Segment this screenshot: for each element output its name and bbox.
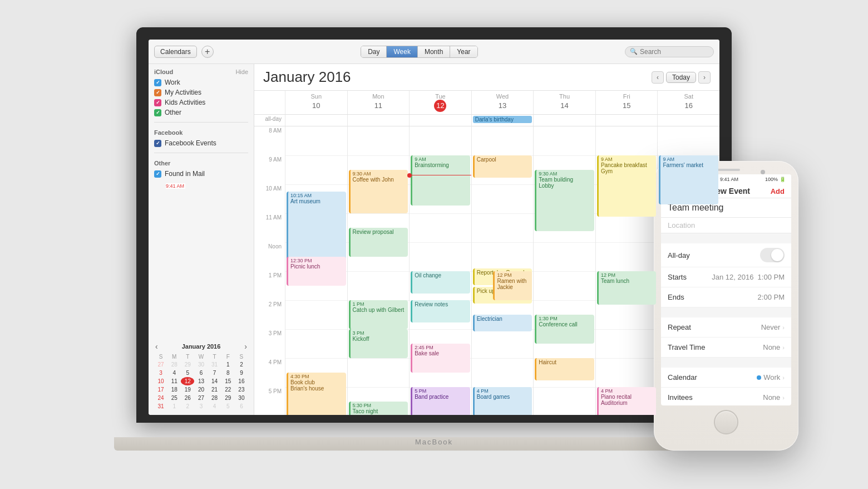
mini-cal-day[interactable]: 7 [208,369,221,377]
mini-cal-day[interactable]: 17 [154,385,167,394]
mini-cal-day[interactable]: 4 [208,402,221,410]
view-week-button[interactable]: Week [387,46,417,57]
mini-cal-day[interactable]: 30 [235,394,248,402]
nav-prev[interactable]: ‹ [652,71,664,84]
search-input[interactable] [640,48,707,56]
mini-cal-day[interactable]: 13 [194,377,208,385]
calendars-button[interactable]: Calendars [154,46,197,58]
event-team-lunch[interactable]: 12 PM Team lunch [597,271,657,305]
event-farmers-market[interactable]: 9 AM Farmers' market [659,155,718,204]
event-oil-change[interactable]: Oil change [411,271,470,294]
mini-cal-prev[interactable]: ‹ [154,342,159,351]
kids-activities-checkbox[interactable] [154,99,161,106]
event-pancake-breakfast[interactable]: 9 AM Pancake breakfast Gym [597,155,657,217]
view-day-button[interactable]: Day [361,46,387,57]
location-input[interactable]: Location [661,218,791,233]
mini-cal-day[interactable]: 11 [167,377,181,385]
mini-cal-day[interactable]: 27 [194,394,208,402]
mini-cal-day[interactable]: 2 [181,402,194,410]
mini-cal-day[interactable]: 18 [167,385,181,394]
event-brainstorming[interactable]: 9 AM Brainstorming [411,155,470,206]
mini-cal-day[interactable]: 1 [221,360,235,369]
work-checkbox[interactable] [154,79,161,86]
fb-events-checkbox[interactable] [154,140,161,147]
mini-cal-day[interactable]: 20 [194,385,208,394]
mini-cal-day[interactable]: 15 [221,377,235,385]
event-book-club[interactable]: 4:30 PM Book club Brian's house [287,373,346,415]
mini-cal-day[interactable]: 29 [181,360,194,369]
mini-cal-day[interactable]: 22 [221,385,235,394]
event-haircut[interactable]: Haircut [535,358,594,380]
event-picnic-lunch[interactable]: 12:30 PM Picnic lunch [287,257,346,286]
form-row-invitees[interactable]: Invitees None › [661,388,791,405]
sidebar-item-found-in-mail[interactable]: Found in Mail [154,169,248,179]
sidebar-item-facebook-events[interactable]: Facebook Events [154,138,248,148]
mini-cal-day[interactable]: 23 [235,385,248,394]
mini-cal-day[interactable]: 10 [154,377,167,385]
mini-cal-day[interactable]: 14 [208,377,221,385]
mini-cal-day[interactable]: 1 [167,402,181,410]
other-checkbox[interactable] [154,109,161,116]
event-coffee-john[interactable]: 9:30 AM Coffee with John [349,170,408,213]
sidebar-item-my-activities[interactable]: My Activities [154,87,248,97]
add-calendar-button[interactable]: + [201,46,214,58]
allday-toggle[interactable] [760,248,785,262]
event-catch-up-gilbert[interactable]: 1 PM Catch up with Gilbert [349,300,408,329]
found-mail-checkbox[interactable] [154,170,161,178]
mini-cal-day[interactable]: 24 [154,394,167,402]
my-activities-checkbox[interactable] [154,89,161,96]
mini-cal-day[interactable]: 19 [181,385,194,394]
mini-cal-day[interactable]: 3 [154,369,167,377]
event-carpool[interactable]: Carpool [473,155,532,178]
mini-cal-day[interactable]: 2 [235,360,248,369]
event-conference-call[interactable]: 1:30 PM Conference call [535,315,594,344]
event-team-building[interactable]: 9:30 AM Team building Lobby [535,170,594,231]
darlas-birthday-event[interactable]: Darla's birthday [473,116,532,123]
view-month-button[interactable]: Month [418,46,450,57]
mini-cal-day[interactable]: 5 [221,402,235,410]
mini-cal-day[interactable]: 27 [154,360,167,369]
mini-cal-day[interactable]: 5 [181,369,194,377]
mini-cal-day[interactable]: 25 [167,394,181,402]
mini-cal-day[interactable]: 31 [154,402,167,410]
add-event-button[interactable]: Add [771,187,785,195]
event-bake-sale[interactable]: 2:45 PM Bake sale [411,344,470,373]
mini-cal-day[interactable]: 6 [194,369,208,377]
mini-cal-day[interactable]: 16 [235,377,248,385]
mini-cal-day[interactable]: 21 [208,385,221,394]
event-taco-night[interactable]: 5:30 PM Taco night [349,402,408,415]
form-row-starts[interactable]: Starts Jan 12, 2016 1:00 PM [661,267,791,287]
event-review-proposal[interactable]: Review proposal [349,228,408,257]
form-row-calendar[interactable]: Calendar Work › [661,368,791,388]
today-button[interactable]: Today [666,72,696,83]
mini-cal-day[interactable]: 29 [221,394,235,402]
event-electrician[interactable]: Electrician [473,315,532,331]
form-row-travel[interactable]: Travel Time None › [661,338,791,358]
form-row-repeat[interactable]: Repeat Never › [661,317,791,338]
sidebar-item-other[interactable]: Other [154,107,248,118]
sidebar-item-kids-activities[interactable]: Kids Activities [154,97,248,107]
event-piano-recital[interactable]: 4 PM Piano recital Auditorium [597,387,657,415]
mini-cal-day[interactable]: 31 [208,360,221,369]
mini-cal-day[interactable]: 4 [167,369,181,377]
event-ramen-jackie[interactable]: 12 PM Ramen with Jackie [493,271,532,300]
nav-next[interactable]: › [698,71,711,84]
mini-cal-day[interactable]: 12 [181,377,194,385]
event-review-notes[interactable]: Review notes [411,300,470,322]
sidebar-item-work[interactable]: Work [154,77,248,87]
form-row-ends[interactable]: Ends 2:00 PM [661,287,791,307]
event-board-games[interactable]: 4 PM Board games [473,387,532,415]
event-kickoff[interactable]: 3 PM Kickoff [349,329,408,358]
mini-cal-day[interactable]: 30 [194,360,208,369]
view-year-button[interactable]: Year [450,46,477,57]
mini-cal-day[interactable]: 8 [221,369,235,377]
mini-cal-day[interactable]: 3 [194,402,208,410]
iphone-home-button[interactable] [714,410,738,434]
event-art-museum[interactable]: 10:15 AM Art museum [287,192,346,264]
mini-cal-day[interactable]: 28 [208,394,221,402]
mini-cal-day[interactable]: 28 [167,360,181,369]
hide-link[interactable]: Hide [235,69,248,75]
mini-cal-day[interactable]: 6 [235,402,248,410]
event-band-practice[interactable]: 5 PM Band practice [411,387,470,415]
mini-cal-day[interactable]: 26 [181,394,194,402]
